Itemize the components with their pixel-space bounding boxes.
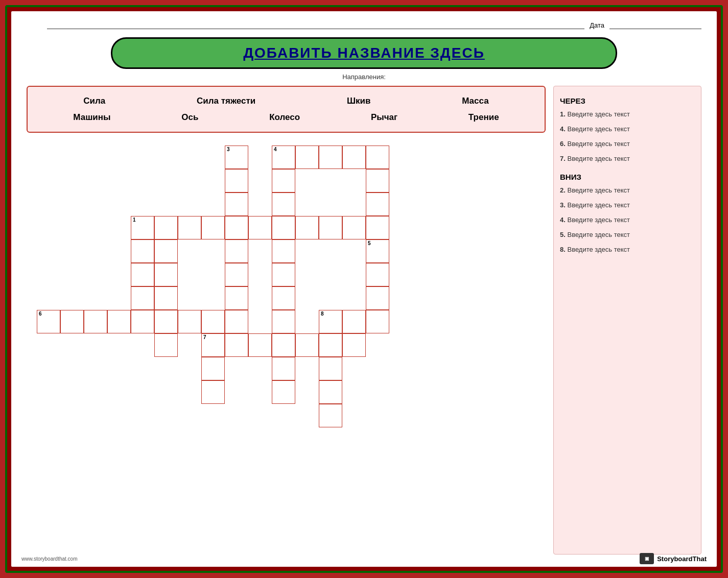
word-сила: Сила	[83, 96, 105, 106]
word-масса: Масса	[462, 96, 488, 106]
cell-8-7[interactable]	[225, 310, 248, 333]
cell-8-5[interactable]	[225, 263, 248, 286]
cell-12-9[interactable]	[319, 357, 342, 380]
cell-0-7[interactable]: 6	[37, 310, 60, 333]
clue-across-6: 6. Введите здесь текст	[560, 140, 695, 148]
cell-10-7[interactable]	[272, 310, 295, 333]
cell-4-5[interactable]	[131, 263, 154, 286]
cell-8-0[interactable]: 3	[225, 146, 248, 169]
cell-5-8[interactable]	[154, 333, 178, 357]
word-ось: Ось	[181, 112, 198, 123]
cell-14-3[interactable]	[366, 216, 389, 239]
header-area: Дата ДОБАВИТЬ НАЗВАНИЕ ЗДЕСЬ Направления…	[27, 21, 701, 81]
word-bank-row-1: Сила Сила тяжести Шкив Масса	[38, 96, 534, 106]
word-bank: Сила Сила тяжести Шкив Масса Машины Ось …	[27, 86, 546, 133]
title-banner: ДОБАВИТЬ НАЗВАНИЕ ЗДЕСЬ	[111, 37, 617, 69]
cell-4-3[interactable]: 1	[131, 216, 154, 239]
date-label: Дата	[590, 21, 604, 29]
cell-13-0[interactable]	[342, 146, 366, 169]
clue-across-4: 4. Введите здесь текст	[560, 125, 695, 133]
cell-8-1[interactable]	[225, 169, 248, 192]
cell-8-8[interactable]	[225, 333, 248, 357]
cell-7-3[interactable]	[201, 216, 225, 239]
cell-3-7[interactable]	[107, 310, 131, 333]
cell-10-6[interactable]	[272, 286, 295, 310]
cell-5-7[interactable]	[154, 310, 178, 333]
cell-7-8[interactable]: 7	[201, 333, 225, 357]
clue-across-1: 1. Введите здесь текст	[560, 110, 695, 118]
cell-13-3[interactable]	[342, 216, 366, 239]
across-title: ЧЕРЕЗ	[560, 97, 695, 105]
left-area: Сила Сила тяжести Шкив Масса Машины Ось …	[27, 86, 546, 555]
outer-border: Дата ДОБАВИТЬ НАЗВАНИЕ ЗДЕСЬ Направления…	[5, 5, 723, 573]
cell-8-3[interactable]	[225, 216, 248, 239]
cell-10-2[interactable]	[272, 192, 295, 216]
cell-14-1[interactable]	[366, 169, 389, 192]
footer-url: www.storyboardthat.com	[21, 556, 78, 562]
cell-10-10[interactable]	[272, 380, 295, 404]
cell-13-8[interactable]	[342, 333, 366, 357]
clue-down-5: 5. Введите здесь текст	[560, 231, 695, 238]
title-text: ДОБАВИТЬ НАЗВАНИЕ ЗДЕСЬ	[243, 45, 485, 61]
cell-8-4[interactable]	[225, 239, 248, 263]
footer: www.storyboardthat.com ▣ StoryboardThat	[16, 553, 712, 564]
cell-10-9[interactable]	[272, 357, 295, 380]
cell-11-8[interactable]	[295, 333, 319, 357]
cell-10-3[interactable]	[272, 216, 295, 239]
word-сила-тяжести: Сила тяжести	[197, 96, 255, 106]
crossword-area: 3451687	[27, 140, 546, 555]
cell-9-3[interactable]	[248, 216, 272, 239]
logo-icon: ▣	[640, 553, 654, 564]
footer-logo: ▣ StoryboardThat	[640, 553, 707, 564]
cell-10-0[interactable]: 4	[272, 146, 295, 169]
cell-8-6[interactable]	[225, 286, 248, 310]
word-машины: Машины	[73, 112, 110, 123]
cell-10-5[interactable]	[272, 263, 295, 286]
crossword-grid: 3451687	[27, 140, 546, 437]
cell-14-6[interactable]	[366, 286, 389, 310]
cell-12-0[interactable]	[319, 146, 342, 169]
cell-6-3[interactable]	[178, 216, 201, 239]
word-рычаг: Рычаг	[371, 112, 397, 123]
word-шкив: Шкив	[347, 96, 371, 106]
cell-12-10[interactable]	[319, 380, 342, 404]
cell-12-8[interactable]	[319, 333, 342, 357]
clue-down-3: 3. Введите здесь текст	[560, 201, 695, 209]
cell-4-4[interactable]	[131, 239, 154, 263]
cell-5-4[interactable]	[154, 239, 178, 263]
cell-7-7[interactable]	[201, 310, 225, 333]
cell-11-0[interactable]	[295, 146, 319, 169]
cell-14-0[interactable]	[366, 146, 389, 169]
cell-14-2[interactable]	[366, 192, 389, 216]
word-bank-row-2: Машины Ось Колесо Рычаг Трение	[38, 112, 534, 123]
cell-4-7[interactable]	[131, 310, 154, 333]
clue-down-4: 4. Введите здесь текст	[560, 216, 695, 224]
cell-12-3[interactable]	[319, 216, 342, 239]
cell-1-7[interactable]	[60, 310, 84, 333]
cell-12-11[interactable]	[319, 404, 342, 427]
cell-5-6[interactable]	[154, 286, 178, 310]
cell-14-5[interactable]	[366, 263, 389, 286]
cell-8-2[interactable]	[225, 192, 248, 216]
clue-down-8: 8. Введите здесь текст	[560, 246, 695, 253]
cell-5-5[interactable]	[154, 263, 178, 286]
cell-9-8[interactable]	[248, 333, 272, 357]
cell-7-9[interactable]	[201, 357, 225, 380]
cell-14-7[interactable]	[366, 310, 389, 333]
cell-6-7[interactable]	[178, 310, 201, 333]
clue-across-7: 7. Введите здесь текст	[560, 155, 695, 162]
cell-10-8[interactable]	[272, 333, 295, 357]
directions-label: Направления:	[342, 73, 386, 81]
cell-7-10[interactable]	[201, 380, 225, 404]
cell-2-7[interactable]	[84, 310, 107, 333]
cell-5-3[interactable]	[154, 216, 178, 239]
cell-14-4[interactable]: 5	[366, 239, 389, 263]
cell-10-4[interactable]	[272, 239, 295, 263]
cell-12-7[interactable]: 8	[319, 310, 342, 333]
clue-down-2: 2. Введите здесь текст	[560, 186, 695, 194]
main-content: Сила Сила тяжести Шкив Масса Машины Ось …	[27, 86, 701, 555]
cell-4-6[interactable]	[131, 286, 154, 310]
cell-13-7[interactable]	[342, 310, 366, 333]
cell-11-3[interactable]	[295, 216, 319, 239]
cell-10-1[interactable]	[272, 169, 295, 192]
